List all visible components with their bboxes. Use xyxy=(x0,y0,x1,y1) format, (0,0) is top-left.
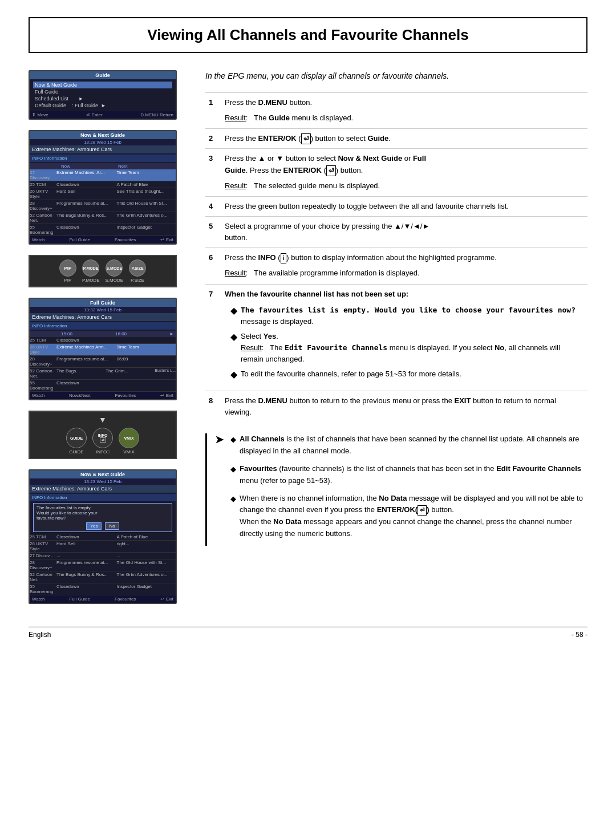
footer-lang: English xyxy=(29,631,51,639)
screen2-header: NowNext xyxy=(30,163,176,169)
step-1-result-row: Result: The Guide menu is displayed. xyxy=(205,112,587,129)
step-3-num: 3 xyxy=(205,149,221,180)
psize-label: P.SIZE xyxy=(131,278,144,283)
notes-section: ➤ ◆ All Channels is the list of channels… xyxy=(205,433,587,545)
screen6-row2: 26 UKTV StyleHard Sellright... xyxy=(30,541,176,553)
step-6-content: Press the INFO (i) button to display inf… xyxy=(221,248,587,268)
left-column: Guide Now & Next Guide Full Guide Schedu… xyxy=(29,70,188,604)
vmix-button: VMIX xyxy=(119,428,139,448)
step-7-num: 7 xyxy=(205,284,221,391)
pip-button: PIP xyxy=(59,259,76,277)
screen2-title: Now & Next Guide xyxy=(30,131,176,139)
note-diamond-1: ◆ xyxy=(230,434,236,457)
step-4-row: 4 Press the green button repeatedly to t… xyxy=(205,196,587,216)
bullet-diamond-1: ◆ xyxy=(230,304,237,327)
screen4-row3: 28 Discovery+Programmes resume at...06:0… xyxy=(30,356,176,368)
step-3-content: Press the ▲ or ▼ button to select Now & … xyxy=(221,149,587,180)
screen2-row4: 52 Cartoon Net.The Bugs Bunny & Ros...Th… xyxy=(30,212,176,224)
note-arrow-icon: ➤ xyxy=(215,433,224,446)
dialog-no-btn: No xyxy=(105,522,119,530)
step-4-content: Press the green button repeatedly to tog… xyxy=(221,196,587,216)
step-5-num: 5 xyxy=(205,216,221,247)
screen-remote2: ▼ GUIDE GUIDE INFO ⏎ INFO□ xyxy=(29,411,177,459)
screen6-row1: 25 TCMClosedownA Patch of Blue xyxy=(30,534,176,541)
psize-button: P.SIZE xyxy=(129,259,146,277)
step-1-row: 1 Press the D.MENU button. xyxy=(205,93,587,113)
note-bullet-2: ◆ Favourites (favourite channels) is the… xyxy=(230,463,587,487)
screen-remote-buttons: PIP PIP P.MODE P.MODE S.MODE S.MODE P.SI… xyxy=(29,255,177,287)
step-7-bullet-2: ◆ Select Yes. Result: The Edit Favourite… xyxy=(230,331,584,365)
step-2-num: 2 xyxy=(205,129,221,149)
pip-label: PIP xyxy=(64,278,72,283)
dialog-yes-btn: Yes xyxy=(86,522,102,530)
step-1-result-spacer xyxy=(205,112,221,129)
notes-intro: ➤ ◆ All Channels is the list of channels… xyxy=(215,433,587,545)
menu-full-guide: Full Guide xyxy=(33,88,172,95)
step-7-result: Result: The Edit Favourite Channels menu… xyxy=(241,343,560,363)
screen6-row3: 27 Discov......... xyxy=(30,553,176,559)
dialog-text: The favourites list is empty.Would you l… xyxy=(37,505,169,521)
bullet-3-text: To edit the favourite channels, refer to… xyxy=(241,368,461,382)
dialog-buttons: Yes No xyxy=(37,522,169,530)
bullet-1-text: The favourites list is empty. Would you … xyxy=(241,305,584,327)
vmix-btn-group: VMIX VMIX xyxy=(119,428,139,455)
screen2-row-highlight: 27 DiscoveryExtreme Machines: Ar...Time … xyxy=(30,169,176,181)
screen2-row3: 28 Discovery+Programmes resume at...This… xyxy=(30,200,176,212)
result-label-1: Result xyxy=(225,113,246,122)
result-label-6: Result xyxy=(225,269,246,277)
step-4-num: 4 xyxy=(205,196,221,216)
screen4-row4: 52 Cartoon Net.The Bugs...The Grim...Bus… xyxy=(30,368,176,380)
screen4-row1: 25 TCMClosedown xyxy=(30,337,176,344)
step-6-result-spacer xyxy=(205,267,221,284)
steps-table: 1 Press the D.MENU button. Result: The G… xyxy=(205,92,587,422)
pmode-button: P.MODE xyxy=(82,259,99,277)
screen2-row2: 26 UKTV StyleHard SellSee This and thoug… xyxy=(30,188,176,200)
screen-dialog: Now & Next Guide 13:23 Wed 15 Feb Extrem… xyxy=(29,469,177,604)
screen-full-guide: Full Guide 13:32 Wed 15 Feb Extreme Mach… xyxy=(29,298,177,400)
bullet-diamond-3: ◆ xyxy=(230,368,237,382)
step-5-row: 5 Select a programme of your choice by p… xyxy=(205,216,587,247)
right-column: In the EPG menu, you can display all cha… xyxy=(205,70,587,604)
note-diamond-3: ◆ xyxy=(230,493,236,540)
result-label-3: Result xyxy=(225,181,246,190)
footer: English - 58 - xyxy=(29,627,587,639)
note-bullet-1: ◆ All Channels is the list of channels t… xyxy=(230,433,587,457)
step-6-row: 6 Press the INFO (i) button to display i… xyxy=(205,248,587,268)
step-8-row: 8 Press the D.MENU button to return to t… xyxy=(205,391,587,423)
bullet-2-content: Select Yes. Result: The Edit Favourite C… xyxy=(241,331,584,365)
step-3-row: 3 Press the ▲ or ▼ button to select Now … xyxy=(205,149,587,180)
step-8-num: 8 xyxy=(205,391,221,423)
screen2-show: Extreme Machines: Armoured Cars xyxy=(30,145,176,153)
step-7-content: When the favourite channel list has not … xyxy=(221,284,587,391)
screen6-datetime: 13:23 Wed 15 Feb xyxy=(30,478,176,485)
step-7-bullet-1: ◆ The favourites list is empty. Would yo… xyxy=(230,305,584,327)
step-6-result-row: Result: The available programme informat… xyxy=(205,267,587,284)
notes-content: ◆ All Channels is the list of channels t… xyxy=(230,433,587,545)
note-text-1: All Channels is the list of channels tha… xyxy=(240,433,587,457)
step-7-bullet-3: ◆ To edit the favourite channels, refer … xyxy=(230,368,584,382)
screen2-bottom: WatchFull GuideFavourites↩ Exit xyxy=(30,236,176,244)
psize-btn-group: P.SIZE P.SIZE xyxy=(129,259,146,283)
step-7-row: 7 When the favourite channel list has no… xyxy=(205,284,587,391)
step-5-content: Select a programme of your choice by pre… xyxy=(221,216,587,247)
result-label-7: Result xyxy=(241,343,262,352)
screen-guide-menu: Guide Now & Next Guide Full Guide Schedu… xyxy=(29,70,177,120)
step-6-result: Result: The available programme informat… xyxy=(221,267,587,284)
screen2-row1: 25 TCMClosedownA Patch of Blue xyxy=(30,181,176,188)
screen6-title: Now & Next Guide xyxy=(30,470,176,478)
guide-btn-group: GUIDE GUIDE xyxy=(66,428,87,455)
step-3-result: Result: The selected guide menu is displ… xyxy=(221,180,587,197)
smode-btn-group: S.MODE S.MODE xyxy=(105,259,123,283)
screen2-datetime: 13:28 Wed 15 Feb xyxy=(30,139,176,145)
screen4-info: INFO Information xyxy=(30,322,176,330)
step-6-num: 6 xyxy=(205,248,221,268)
screen4-bottom: WatchNow&NextFavourites↩ Exit xyxy=(30,392,176,399)
note-text-2: Favourites (favourite channels) is the l… xyxy=(240,463,587,487)
screen4-show: Extreme Machines: Armoured Cars xyxy=(30,313,176,321)
screen1-title: Guide xyxy=(30,71,176,79)
step-7-header: When the favourite channel list has not … xyxy=(225,290,408,298)
screen6-row6: 55 BoomerangClosedownInspector Gadget xyxy=(30,583,176,595)
step-1-content: Press the D.MENU button. xyxy=(221,93,587,113)
dmenu-label: D.MENU xyxy=(258,98,287,107)
smode-label: S.MODE xyxy=(105,278,123,283)
